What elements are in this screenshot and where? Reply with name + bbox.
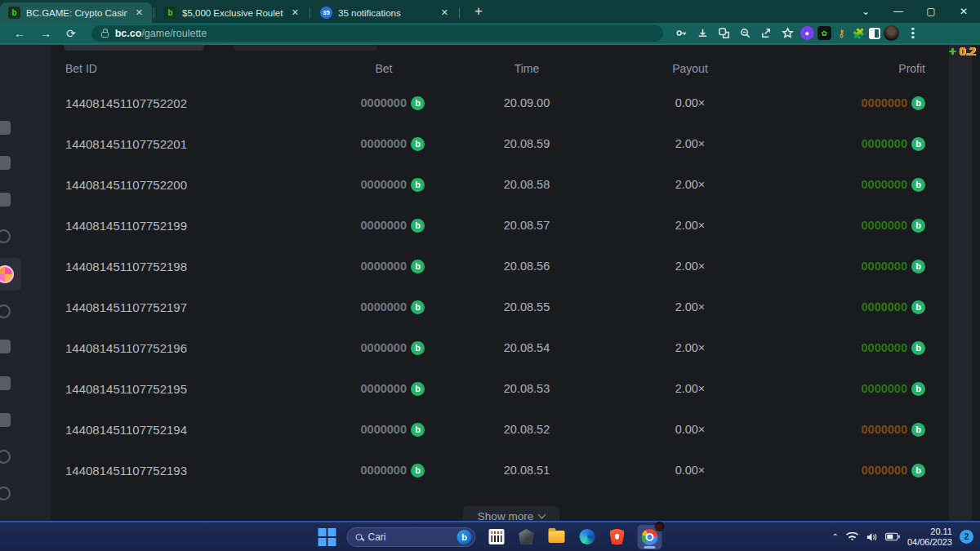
tab-title: 35 notifications: [338, 8, 433, 18]
games-icon[interactable]: [0, 335, 14, 357]
pinned-app-icon[interactable]: [487, 527, 506, 547]
share-icon[interactable]: [758, 24, 776, 42]
cards-icon: [0, 376, 11, 390]
bet-history-panel: Bet ID Bet Time Payout Profit 1440814511…: [51, 45, 972, 521]
clock-icon: [0, 487, 11, 500]
zoom-out-icon[interactable]: [737, 24, 755, 42]
address-bar[interactable]: bc.co/game/roulette: [91, 25, 663, 42]
taskbar-search-box[interactable]: Cari b: [347, 527, 476, 547]
minimize-button[interactable]: —: [882, 6, 915, 17]
taskbar-clock[interactable]: 20.11 04/06/2023: [907, 527, 952, 548]
bet-rows: 144081451107752202 0.20000000b 20.09.00 …: [65, 82, 925, 491]
token-icon[interactable]: [0, 225, 14, 247]
bcgame-favicon-icon: b: [164, 7, 176, 19]
token-icon: [0, 229, 11, 243]
edge-button[interactable]: [577, 527, 597, 547]
chevron-down-icon: [538, 510, 546, 518]
profile-avatar[interactable]: [884, 25, 899, 41]
slots-icon: [0, 156, 11, 170]
dice-icon: [0, 304, 11, 318]
start-button-icon[interactable]: [318, 528, 336, 546]
tab-bcgame[interactable]: b BC.GAME: Crypto Casino Games ✕: [0, 2, 152, 23]
taskbar-center: Cari b: [318, 525, 662, 549]
grid-app-icon: [488, 529, 504, 544]
translate-icon[interactable]: [715, 24, 733, 42]
browser-tab-strip: b BC.GAME: Crypto Casino Games ✕ b $5,00…: [0, 0, 980, 23]
page-content: Bet ID Bet Time Payout Profit 1440814511…: [0, 45, 980, 521]
notification-badge-favicon-icon: 35: [320, 7, 332, 19]
show-more-button[interactable]: Show more: [463, 506, 559, 521]
profit-cell: 0.20000000b: [751, 463, 925, 478]
chrome-button[interactable]: [638, 525, 662, 549]
split-screen-icon[interactable]: [869, 28, 880, 39]
roulette-icon[interactable]: [0, 258, 21, 291]
cards-icon[interactable]: [0, 372, 14, 393]
tab-title: $5,000 Exclusive Roulette Prestig: [182, 8, 283, 18]
url-text: bc.co/game/roulette: [115, 28, 207, 39]
table-row[interactable]: 144081451107752193 0.20000000b 20.08.51 …: [65, 450, 925, 491]
menu-kebab-icon[interactable]: •••: [906, 27, 918, 40]
brave-button[interactable]: [608, 527, 627, 547]
roulette-icon: [0, 265, 14, 283]
clock-icon[interactable]: [0, 482, 14, 504]
windows-taskbar: Cari b ⌃ 20.11 04/06/2023 2: [0, 521, 980, 551]
slots-icon[interactable]: [0, 152, 14, 173]
chrome-icon: [642, 529, 658, 545]
tab-search-chevron-icon[interactable]: ⌄: [849, 6, 882, 17]
url-host: bc.co: [115, 28, 142, 39]
gem-app-icon: [519, 529, 534, 544]
file-explorer-button[interactable]: [547, 527, 567, 547]
extension-gold-key-icon[interactable]: ⚷: [835, 26, 849, 40]
game-sidebar: [0, 45, 51, 521]
reload-button[interactable]: ⟳: [59, 27, 83, 40]
bcgame-favicon-icon: b: [8, 7, 20, 19]
games-icon: [0, 340, 11, 353]
chrome-profile-badge: [655, 522, 665, 531]
lottery-icon[interactable]: [0, 446, 14, 467]
forward-button[interactable]: →: [33, 27, 59, 40]
battery-icon[interactable]: [885, 532, 900, 541]
casino-icon: [0, 193, 11, 207]
extension-purple-icon[interactable]: ●: [800, 26, 814, 40]
url-path: /game/roulette: [141, 28, 207, 39]
clock-date: 04/06/2023: [907, 537, 952, 548]
tab-title: BC.GAME: Crypto Casino Games: [26, 8, 127, 18]
tab-close-icon[interactable]: ✕: [133, 7, 145, 18]
browser-toolbar: ← → ⟳ bc.co/game/roulette ● ✿ ⚷ 🧩 •••: [0, 23, 980, 45]
password-key-icon[interactable]: [673, 24, 691, 42]
wifi-icon[interactable]: [846, 532, 858, 542]
bet-history-table: Bet ID Bet Time Payout Profit 1440814511…: [65, 55, 925, 491]
bookmark-star-icon[interactable]: [779, 24, 797, 42]
show-more-label: Show more: [478, 510, 533, 522]
download-icon[interactable]: [694, 24, 712, 42]
extensions-puzzle-icon[interactable]: 🧩: [852, 26, 866, 40]
tab-notifications[interactable]: 35 35 notifications ✕: [312, 2, 457, 23]
tab-roulette-promo[interactable]: b $5,000 Exclusive Roulette Prestig ✕: [156, 2, 308, 23]
edge-icon: [579, 529, 595, 544]
pinned-app-icon[interactable]: [517, 527, 537, 547]
toolbar-icons: ● ✿ ⚷ 🧩 •••: [673, 24, 919, 42]
bing-icon: b: [457, 530, 472, 544]
window-controls: ⌄ — ▢ ✕: [849, 0, 980, 23]
sports-icon[interactable]: [0, 117, 14, 138]
profit-amount-main: 0.2: [101, 45, 980, 521]
notification-count-badge[interactable]: 2: [960, 530, 973, 544]
volume-icon[interactable]: [866, 532, 878, 542]
close-button[interactable]: ✕: [947, 6, 980, 17]
tab-close-icon[interactable]: ✕: [439, 7, 451, 18]
system-tray: ⌃ 20.11 04/06/2023 2: [832, 527, 973, 548]
sports-icon: [0, 121, 11, 135]
lottery-icon: [0, 450, 11, 464]
back-button[interactable]: ←: [7, 27, 33, 40]
brave-icon: [610, 529, 625, 545]
casino-icon[interactable]: [0, 189, 14, 210]
new-tab-button[interactable]: +: [470, 3, 488, 20]
extension-gear-icon[interactable]: ✿: [817, 26, 831, 40]
crash-icon[interactable]: [0, 409, 14, 430]
maximize-button[interactable]: ▢: [915, 6, 947, 17]
tab-close-icon[interactable]: ✕: [289, 7, 301, 18]
dice-icon[interactable]: [0, 300, 14, 322]
clock-time: 20.11: [907, 527, 952, 537]
search-label: Cari: [368, 531, 452, 543]
hidden-icons-chevron-icon[interactable]: ⌃: [832, 532, 839, 541]
